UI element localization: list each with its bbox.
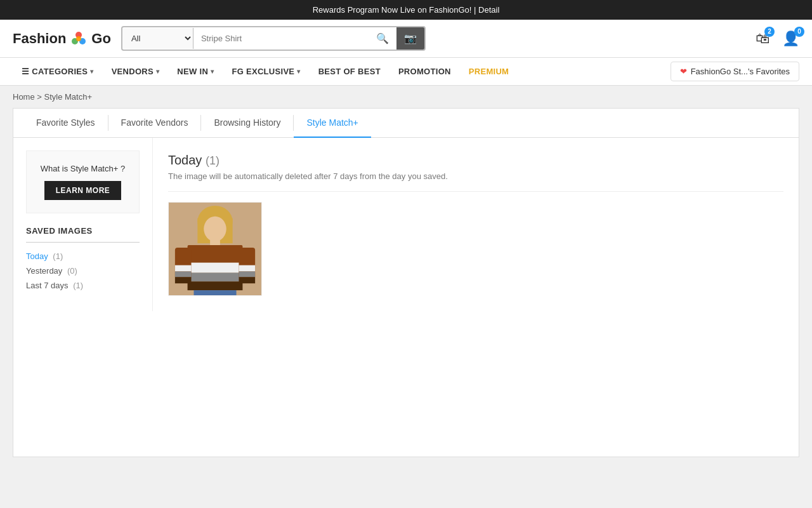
svg-rect-18 (239, 265, 255, 272)
tab-style-match-plus[interactable]: Style Match+ (294, 109, 370, 138)
section-count: (1) (206, 154, 219, 167)
breadcrumb: Home > Style Match+ (0, 86, 812, 108)
logo-text: Fashion (13, 30, 66, 47)
nav-premium-label: PREMIUM (469, 67, 509, 76)
nav-fg-exclusive[interactable]: FG EXCLUSIVE ▾ (223, 58, 309, 85)
header: Fashion Go All Women Men Kids Accessorie… (0, 20, 812, 58)
chevron-down-icon: ▾ (297, 68, 300, 75)
nav-fg-exclusive-label: FG EXCLUSIVE (232, 67, 294, 76)
svg-rect-21 (193, 290, 236, 295)
cart-button[interactable]: 🛍 2 (756, 30, 769, 47)
svg-rect-12 (188, 281, 243, 290)
svg-rect-16 (175, 277, 192, 283)
svg-rect-15 (175, 272, 192, 277)
breadcrumb-home[interactable]: Home (13, 92, 35, 102)
nav-categories[interactable]: ☰ CATEGORIES ▾ (13, 58, 103, 85)
search-button[interactable]: 🔍 (369, 27, 396, 50)
yesterday-count: (0) (67, 266, 77, 276)
nav-promotion-label: PROMOTION (398, 67, 451, 76)
inner-layout: What is Style Match+ ? LEARN MORE SAVED … (13, 138, 799, 311)
logo-text2: Go (91, 30, 111, 47)
today-label: Today (26, 251, 48, 261)
style-match-promo: What is Style Match+ ? LEARN MORE (26, 150, 140, 213)
user-badge: 0 (794, 27, 804, 37)
nav-premium[interactable]: PREMIUM (460, 58, 518, 85)
favorites-button[interactable]: ❤ FashionGo St...'s Favorites (671, 62, 799, 81)
content-wrapper: Favorite Styles Favorite Vendors Browsin… (13, 108, 799, 457)
learn-more-button[interactable]: LEARN MORE (44, 181, 122, 200)
chevron-down-icon: ▾ (90, 68, 93, 75)
saved-yesterday[interactable]: Yesterday (0) (26, 266, 140, 276)
search-category-select[interactable]: All Women Men Kids Accessories Shoes (122, 28, 193, 49)
favorites-label: FashionGo St...'s Favorites (691, 67, 790, 76)
tab-favorite-styles[interactable]: Favorite Styles (23, 109, 108, 138)
chevron-down-icon: ▾ (156, 68, 159, 75)
nav-new-in-label: NEW IN (177, 67, 208, 76)
today-count: (1) (53, 251, 63, 261)
yesterday-label: Yesterday (26, 266, 62, 276)
svg-point-7 (204, 217, 226, 241)
svg-rect-14 (175, 265, 192, 272)
breadcrumb-current: Style Match+ (44, 92, 93, 102)
tab-favorite-vendors[interactable]: Favorite Vendors (108, 109, 201, 138)
main-nav: ☰ CATEGORIES ▾ VENDORS ▾ NEW IN ▾ FG EXC… (0, 58, 812, 86)
saved-last7days[interactable]: Last 7 days (1) (26, 281, 140, 290)
svg-rect-10 (188, 263, 243, 273)
hamburger-icon: ☰ (22, 67, 29, 76)
main-area: Today (1) The image will be automaticall… (153, 138, 799, 311)
last7days-label: Last 7 days (26, 281, 69, 290)
tab-browsing-history[interactable]: Browsing History (201, 109, 293, 138)
svg-rect-19 (239, 272, 255, 277)
nav-best-of-best[interactable]: BEST OF BEST (310, 58, 390, 85)
chevron-down-icon: ▾ (211, 68, 214, 75)
saved-images-list: Today (1) Yesterday (0) Last 7 days (1) (26, 251, 140, 290)
nav-categories-label: CATEGORIES (32, 67, 88, 76)
last7days-count: (1) (73, 281, 83, 290)
heart-icon: ❤ (680, 67, 687, 76)
announcement-text: Rewards Program Now Live on FashionGo! |… (313, 5, 500, 15)
sidebar: What is Style Match+ ? LEARN MORE SAVED … (13, 138, 153, 311)
logo[interactable]: Fashion Go (13, 30, 111, 48)
user-button[interactable]: 👤 0 (782, 30, 799, 47)
cart-badge: 2 (764, 27, 775, 37)
section-title-text: Today (168, 153, 202, 167)
svg-rect-11 (188, 272, 243, 281)
section-subtitle: The image will be automatically deleted … (168, 171, 783, 192)
logo-icon (70, 30, 88, 48)
images-grid (168, 202, 783, 296)
promo-text: What is Style Match+ ? (39, 164, 126, 173)
image-item[interactable] (168, 202, 262, 296)
camera-search-button[interactable]: 📷 (396, 27, 424, 50)
header-icons: 🛍 2 👤 0 (756, 30, 799, 47)
nav-new-in[interactable]: NEW IN ▾ (168, 58, 223, 85)
breadcrumb-separator: > (37, 92, 44, 102)
section-title: Today (1) (168, 153, 783, 168)
saved-today[interactable]: Today (1) (26, 251, 140, 261)
nav-best-of-best-label: BEST OF BEST (318, 67, 381, 76)
announcement-bar: Rewards Program Now Live on FashionGo! |… (0, 0, 812, 20)
stripe-shirt-svg (169, 203, 261, 295)
tabs: Favorite Styles Favorite Vendors Browsin… (13, 109, 799, 138)
svg-point-3 (76, 36, 81, 41)
svg-rect-9 (188, 245, 243, 263)
nav-promotion[interactable]: PROMOTION (390, 58, 460, 85)
search-input[interactable] (193, 29, 369, 48)
nav-vendors-label: VENDORS (112, 67, 154, 76)
nav-vendors[interactable]: VENDORS ▾ (103, 58, 169, 85)
saved-images-title: SAVED IMAGES (26, 226, 140, 243)
search-bar: All Women Men Kids Accessories Shoes 🔍 📷 (121, 26, 426, 51)
svg-rect-20 (239, 277, 255, 283)
